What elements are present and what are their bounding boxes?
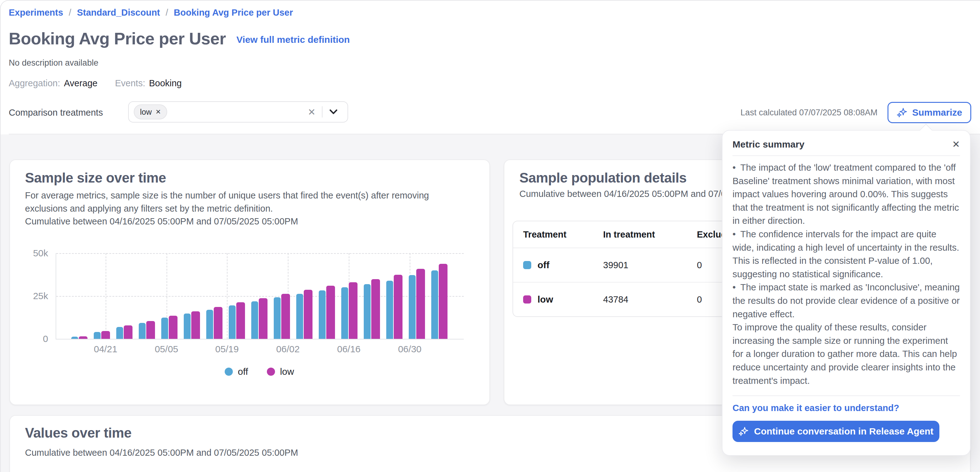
view-full-metric-definition-link[interactable]: View full metric definition: [237, 34, 350, 45]
bar-low[interactable]: [394, 275, 402, 339]
legend-label: low: [280, 366, 294, 377]
bar-off[interactable]: [139, 323, 146, 339]
y-gridline: [56, 296, 464, 297]
continue-conversation-label: Continue conversation in Release Agent: [754, 426, 934, 437]
x-axis-tick-label: 06/02: [276, 344, 300, 354]
bar-off[interactable]: [161, 317, 168, 339]
bar-off[interactable]: [386, 281, 393, 339]
y-axis-tick-label: 0: [43, 333, 48, 344]
bar-low[interactable]: [349, 282, 358, 339]
bar-low[interactable]: [169, 316, 178, 339]
breadcrumb-item[interactable]: Booking Avg Price per User: [174, 8, 293, 18]
metric-description: No description available: [9, 58, 99, 68]
bar-off[interactable]: [71, 336, 78, 339]
bar-low[interactable]: [304, 290, 312, 339]
bar-off[interactable]: [94, 332, 100, 339]
legend-dot: [267, 368, 275, 376]
events-value: Booking: [149, 78, 182, 88]
breadcrumb-item[interactable]: Standard_Discount: [77, 8, 160, 18]
breadcrumb-separator: /: [69, 8, 71, 18]
x-gridline: [106, 253, 106, 339]
bar-off[interactable]: [274, 297, 281, 339]
summary-bullet: • The confidence intervals for the impac…: [732, 228, 960, 281]
x-axis-tick-label: 05/05: [155, 344, 178, 354]
treatment-color-swatch: [523, 295, 531, 303]
x-axis-tick-label: 05/19: [215, 344, 239, 354]
followup-question-link[interactable]: Can you make it easier to understand?: [722, 396, 970, 413]
table-header-cell: Treatment: [513, 230, 603, 240]
bar-off[interactable]: [364, 284, 371, 339]
events-property: Events:Booking: [115, 78, 182, 88]
page-title: Booking Avg Price per User: [9, 29, 226, 48]
panel-body: • The impact of the 'low' treatment comp…: [722, 156, 970, 387]
bar-low[interactable]: [101, 331, 110, 339]
metric-detail-page: Experiments/Standard_Discount/Booking Av…: [0, 0, 980, 472]
bar-low[interactable]: [326, 286, 335, 339]
bar-low[interactable]: [439, 264, 447, 339]
bar-off[interactable]: [229, 305, 235, 339]
bar-off[interactable]: [184, 314, 191, 339]
treatment-name: off: [538, 260, 549, 270]
bar-off[interactable]: [206, 310, 213, 339]
select-clear-icon[interactable]: ✕: [302, 107, 322, 118]
bar-off[interactable]: [319, 290, 326, 339]
bar-low[interactable]: [371, 279, 380, 339]
bar-low[interactable]: [124, 325, 132, 339]
summary-bullet: • The impact of the 'low' treatment comp…: [732, 161, 960, 228]
bar-low[interactable]: [416, 269, 425, 339]
treatment-name: low: [538, 294, 553, 305]
sample-size-card: Sample size over time For average metric…: [10, 159, 490, 405]
bar-low[interactable]: [79, 336, 88, 339]
chip-remove-icon[interactable]: ✕: [156, 108, 161, 116]
sample-size-description: For average metrics, sample size is the …: [25, 189, 463, 215]
x-axis-tick-label: 06/30: [398, 344, 422, 354]
breadcrumb: Experiments/Standard_Discount/Booking Av…: [9, 8, 293, 18]
breadcrumb-item[interactable]: Experiments: [9, 8, 63, 18]
bar-low[interactable]: [146, 321, 155, 339]
continue-conversation-button[interactable]: Continue conversation in Release Agent: [732, 421, 939, 442]
bar-low[interactable]: [259, 298, 267, 339]
treatment-chip-label: low: [140, 107, 152, 116]
bar-off[interactable]: [116, 327, 123, 339]
close-icon[interactable]: ✕: [952, 139, 960, 150]
bar-off[interactable]: [251, 301, 258, 339]
y-axis-tick-label: 25k: [33, 291, 48, 301]
bar-off[interactable]: [341, 287, 348, 339]
bar-off[interactable]: [431, 270, 438, 339]
in-treatment-value: 43784: [603, 295, 697, 305]
x-axis-tick-label: 06/16: [337, 344, 361, 354]
legend-item-low[interactable]: low: [267, 366, 294, 377]
sparkles-icon: [897, 107, 907, 118]
legend-label: off: [238, 366, 248, 377]
bar-low[interactable]: [236, 302, 245, 339]
legend-dot: [225, 368, 233, 376]
summarize-button[interactable]: Summarize: [888, 102, 971, 123]
y-gridline: [56, 253, 464, 254]
legend-item-off[interactable]: off: [225, 366, 248, 377]
bar-low[interactable]: [214, 307, 223, 339]
bar-low[interactable]: [191, 311, 200, 339]
bar-low[interactable]: [281, 294, 290, 339]
sample-size-chart-plot: 04/2105/0505/1906/0206/1606/30: [56, 253, 464, 340]
aggregation-label: Aggregation:: [9, 78, 60, 88]
panel-title: Metric summary: [732, 139, 804, 150]
aggregation-value: Average: [64, 78, 97, 88]
sample-size-cumulative: Cumulative between 04/16/2025 05:00PM an…: [25, 216, 298, 226]
values-title: Values over time: [25, 425, 132, 441]
y-axis-tick-label: 50k: [33, 248, 48, 258]
last-calculated-text: Last calculated 07/07/2025 08:08AM: [741, 108, 878, 118]
bar-off[interactable]: [409, 275, 415, 339]
summary-bullet: • The impact state is marked as 'Inconcl…: [732, 281, 960, 321]
comparison-treatments-label: Comparison treatments: [9, 107, 103, 118]
treatment-color-swatch: [523, 261, 531, 269]
comparison-treatments-select[interactable]: low ✕ ✕: [128, 101, 348, 123]
toolbar: Last calculated 07/07/2025 08:08AM Summa…: [741, 102, 971, 123]
sparkles-icon: [738, 426, 748, 436]
treatment-chip-low[interactable]: low ✕: [134, 104, 167, 120]
bar-off[interactable]: [296, 294, 303, 339]
chevron-down-icon[interactable]: [323, 109, 342, 115]
breadcrumb-separator: /: [165, 8, 168, 18]
treatment-cell: low: [513, 294, 603, 305]
page-title-row: Booking Avg Price per User View full met…: [9, 29, 350, 48]
events-label: Events:: [115, 78, 145, 88]
